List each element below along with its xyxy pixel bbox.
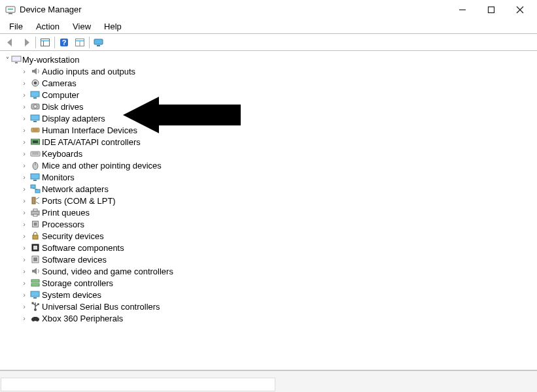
- tree-item[interactable]: ›Universal Serial Bus controllers: [0, 301, 537, 312]
- chevron-right-icon[interactable]: ›: [20, 103, 29, 110]
- close-button[interactable]: [506, 0, 534, 20]
- chevron-right-icon[interactable]: ›: [20, 67, 29, 75]
- svg-rect-42: [32, 197, 35, 204]
- tree-item-label: Software devices: [42, 255, 107, 265]
- chevron-right-icon[interactable]: ›: [20, 161, 29, 169]
- tree-item[interactable]: ›Print queues: [0, 206, 537, 218]
- tree-item[interactable]: ›Cameras: [0, 77, 537, 89]
- chevron-right-icon[interactable]: ›: [20, 173, 29, 181]
- svg-rect-22: [33, 97, 37, 99]
- chevron-right-icon[interactable]: ›: [20, 314, 29, 322]
- svg-rect-31: [33, 140, 38, 143]
- hid-icon: [29, 125, 42, 135]
- show-hide-console-button[interactable]: [37, 35, 53, 50]
- chevron-right-icon[interactable]: ›: [20, 126, 29, 134]
- tree-item[interactable]: ›Network adapters: [0, 183, 537, 195]
- tree-item[interactable]: ›Ports (COM & LPT): [0, 195, 537, 206]
- device-tree: ˅ My-workstation ›Audio inputs and outpu…: [0, 51, 537, 370]
- ide-icon: [29, 137, 42, 147]
- menu-view[interactable]: View: [66, 20, 97, 33]
- svg-rect-45: [33, 214, 37, 216]
- svg-rect-16: [97, 45, 100, 46]
- tree-item[interactable]: ›IDE ATA/ATAPI controllers: [0, 136, 537, 148]
- tree-item[interactable]: ›Processors: [0, 218, 537, 230]
- chevron-right-icon[interactable]: ›: [20, 232, 29, 240]
- toolbar-separator: [35, 37, 36, 48]
- svg-point-60: [37, 303, 39, 305]
- minimize-button[interactable]: [448, 0, 477, 20]
- svg-rect-26: [33, 121, 37, 122]
- tree-item-label: Network adapters: [42, 184, 109, 194]
- chevron-right-icon[interactable]: ›: [20, 79, 29, 87]
- menu-help[interactable]: Help: [97, 20, 128, 33]
- svg-text:?: ?: [62, 39, 67, 46]
- toolbar-separator: [89, 37, 90, 48]
- chevron-right-icon[interactable]: ›: [20, 302, 29, 310]
- menu-action[interactable]: Action: [29, 20, 66, 33]
- sw-dev-icon: [29, 254, 42, 265]
- tree-item[interactable]: ›Software components: [0, 242, 537, 253]
- tree-item-label: Keyboards: [42, 149, 82, 159]
- chevron-right-icon[interactable]: ›: [20, 114, 29, 122]
- chevron-right-icon[interactable]: ›: [20, 220, 29, 228]
- security-icon: [29, 231, 42, 241]
- tree-item[interactable]: ›Xbox 360 Peripherals: [0, 312, 537, 324]
- window-controls: [448, 0, 534, 20]
- tree-item-label: Xbox 360 Peripherals: [42, 314, 123, 323]
- menu-file[interactable]: File: [3, 20, 29, 33]
- svg-rect-38: [33, 180, 37, 181]
- chevron-right-icon[interactable]: ›: [20, 138, 29, 146]
- chevron-right-icon[interactable]: ›: [20, 197, 29, 204]
- chevron-right-icon[interactable]: ›: [20, 255, 29, 263]
- chevron-right-icon[interactable]: ›: [20, 208, 29, 216]
- chevron-right-icon[interactable]: ›: [20, 267, 29, 275]
- camera-icon: [29, 78, 42, 88]
- svg-rect-44: [33, 209, 37, 211]
- svg-rect-55: [31, 291, 39, 297]
- tree-item[interactable]: ›Human Interface Devices: [0, 124, 537, 136]
- help-button[interactable]: ?: [56, 35, 72, 50]
- tree-item[interactable]: ›System devices: [0, 289, 537, 301]
- back-button[interactable]: [3, 35, 18, 50]
- sound-icon: [29, 266, 42, 276]
- maximize-button[interactable]: [477, 0, 506, 20]
- svg-rect-50: [33, 246, 37, 250]
- tree-item[interactable]: ›Audio inputs and outputs: [0, 65, 537, 77]
- chevron-right-icon[interactable]: ›: [20, 279, 29, 287]
- svg-rect-56: [33, 297, 37, 299]
- tree-item[interactable]: ›Storage controllers: [0, 277, 537, 289]
- tree-item-label: Disk drives: [42, 102, 84, 112]
- tree-item[interactable]: ›Display adapters: [0, 112, 537, 124]
- menubar: File Action View Help: [0, 20, 537, 34]
- tree-item[interactable]: ›Software devices: [0, 253, 537, 265]
- chevron-down-icon[interactable]: ˅: [4, 56, 10, 63]
- svg-rect-53: [31, 280, 39, 282]
- tree-item[interactable]: ›Sound, video and game controllers: [0, 265, 537, 277]
- chevron-right-icon[interactable]: ›: [20, 150, 29, 157]
- tree-root[interactable]: ˅ My-workstation: [0, 54, 537, 65]
- tree-item-label: Storage controllers: [42, 278, 113, 288]
- statusbar-panel: [1, 378, 275, 391]
- window-title: Device Manager: [20, 5, 82, 14]
- keyboard-icon: [29, 148, 42, 159]
- tree-item[interactable]: ›Computer: [0, 89, 537, 101]
- svg-point-24: [34, 105, 37, 108]
- properties-button[interactable]: [72, 35, 88, 50]
- tree-item-label: Display adapters: [42, 114, 105, 123]
- scan-hardware-button[interactable]: [91, 35, 107, 50]
- tree-item-label: Audio inputs and outputs: [42, 67, 135, 76]
- forward-button[interactable]: [18, 35, 34, 50]
- chevron-right-icon[interactable]: ›: [20, 291, 29, 299]
- chevron-right-icon[interactable]: ›: [20, 91, 29, 99]
- chevron-right-icon[interactable]: ›: [20, 244, 29, 252]
- tree-item-label: Security devices: [42, 231, 104, 241]
- svg-rect-7: [41, 39, 50, 46]
- tree-item[interactable]: ›Security devices: [0, 230, 537, 242]
- tree-item-label: Monitors: [42, 172, 75, 182]
- tree-item[interactable]: ›Disk drives: [0, 101, 537, 112]
- tree-item[interactable]: ›Mice and other pointing devices: [0, 159, 537, 171]
- chevron-right-icon[interactable]: ›: [20, 185, 29, 193]
- cpu-icon: [29, 219, 42, 229]
- tree-item[interactable]: ›Monitors: [0, 171, 537, 183]
- tree-item[interactable]: ›Keyboards: [0, 148, 537, 159]
